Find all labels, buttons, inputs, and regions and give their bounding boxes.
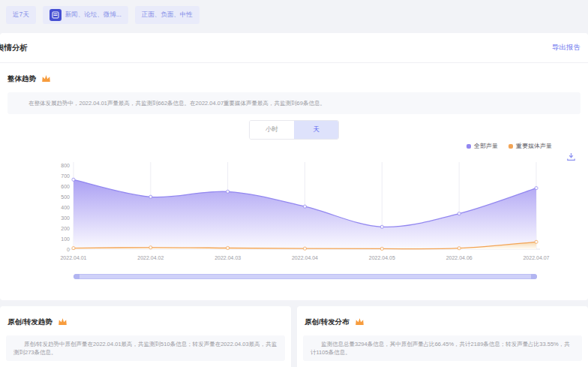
granularity-toggle: 小时 天 bbox=[249, 120, 339, 140]
overall-trend-title: 整体趋势 bbox=[8, 74, 36, 84]
svg-text:800: 800 bbox=[61, 163, 70, 168]
filter-chip-sentiment-label: 正面、负面、中性 bbox=[142, 11, 193, 20]
crown-icon bbox=[58, 315, 68, 329]
svg-text:500: 500 bbox=[61, 194, 70, 200]
svg-text:300: 300 bbox=[61, 215, 70, 221]
origin-repost-trend-card: 原创/转发趋势 原创/转发趋势中原创声量在2022.04.01最高，共监测到51… bbox=[0, 306, 291, 367]
svg-text:0: 0 bbox=[67, 247, 70, 252]
filter-chip-time-range[interactable]: 近7天 bbox=[6, 6, 36, 24]
crown-icon bbox=[41, 72, 51, 86]
analysis-card: 舆情分析 导出报告 整体趋势 在整体发展趋势中，2022.04.01声量最高，共… bbox=[0, 33, 588, 300]
filter-chip-sources[interactable]: 新闻、论坛、微博... bbox=[43, 6, 128, 24]
card-header: 舆情分析 导出报告 bbox=[0, 33, 588, 63]
legend-item[interactable]: 重要媒体声量 bbox=[508, 142, 552, 150]
legend-item[interactable]: 全部声量 bbox=[466, 142, 498, 150]
chart-legend: 全部声量重要媒体声量 bbox=[466, 142, 552, 150]
filter-chip-sentiment[interactable]: 正面、负面、中性 bbox=[135, 6, 200, 24]
download-icon[interactable] bbox=[566, 151, 576, 160]
origin-repost-distribution-summary: 监测信息总量3294条信息，其中原创声量占比66.45%，共计2189条信息；转… bbox=[303, 335, 582, 361]
origin-repost-distribution-title: 原创/转发分布 bbox=[304, 317, 350, 327]
svg-text:2022.04.01: 2022.04.01 bbox=[60, 255, 86, 260]
datazoom-right-handle[interactable] bbox=[531, 274, 537, 279]
crown-icon bbox=[355, 315, 364, 329]
export-report-button[interactable]: 导出报告 bbox=[552, 43, 580, 53]
overall-trend-title-row: 整体趋势 bbox=[0, 63, 588, 86]
svg-text:2022.04.07: 2022.04.07 bbox=[523, 255, 549, 260]
trend-chart-area: 01002003004005006007008002022.04.012022.… bbox=[45, 153, 555, 267]
svg-text:400: 400 bbox=[61, 205, 70, 210]
origin-repost-distribution-card: 原创/转发分布 监测信息总量3294条信息，其中原创声量占比66.45%，共计2… bbox=[297, 306, 588, 367]
filter-chip-time-range-label: 近7天 bbox=[13, 11, 29, 20]
granularity-hour-button[interactable]: 小时 bbox=[250, 121, 294, 139]
trend-chart: 01002003004005006007008002022.04.012022.… bbox=[45, 153, 555, 267]
svg-text:2022.04.03: 2022.04.03 bbox=[214, 255, 241, 260]
svg-text:700: 700 bbox=[61, 173, 70, 179]
filter-chip-sources-label: 新闻、论坛、微博... bbox=[65, 11, 122, 20]
legend-label: 重要媒体声量 bbox=[516, 142, 552, 150]
legend-label: 全部声量 bbox=[474, 142, 498, 150]
svg-text:100: 100 bbox=[61, 236, 70, 242]
page-title: 舆情分析 bbox=[0, 43, 28, 53]
filter-chips-row: 近7天 新闻、论坛、微博... 正面、负面、中性 bbox=[6, 6, 200, 24]
svg-text:200: 200 bbox=[61, 226, 70, 231]
archive-icon bbox=[50, 9, 62, 21]
origin-repost-trend-summary: 原创/转发趋势中原创声量在2022.04.01最高，共监测到510条信息；转发声… bbox=[6, 335, 285, 361]
legend-marker bbox=[508, 144, 513, 149]
overall-trend-summary: 在整体发展趋势中，2022.04.01声量最高，共监测到662条信息。在2022… bbox=[8, 92, 580, 114]
legend-marker bbox=[466, 144, 471, 149]
datazoom-left-handle[interactable] bbox=[74, 274, 80, 279]
origin-repost-trend-title: 原创/转发趋势 bbox=[8, 317, 52, 327]
svg-text:2022.04.02: 2022.04.02 bbox=[137, 255, 164, 260]
svg-text:2022.04.04: 2022.04.04 bbox=[292, 255, 318, 260]
svg-text:600: 600 bbox=[61, 184, 70, 189]
svg-text:2022.04.05: 2022.04.05 bbox=[369, 255, 395, 260]
svg-text:2022.04.06: 2022.04.06 bbox=[446, 255, 472, 260]
granularity-day-button[interactable]: 天 bbox=[294, 121, 338, 139]
datazoom-slider[interactable] bbox=[74, 274, 537, 279]
